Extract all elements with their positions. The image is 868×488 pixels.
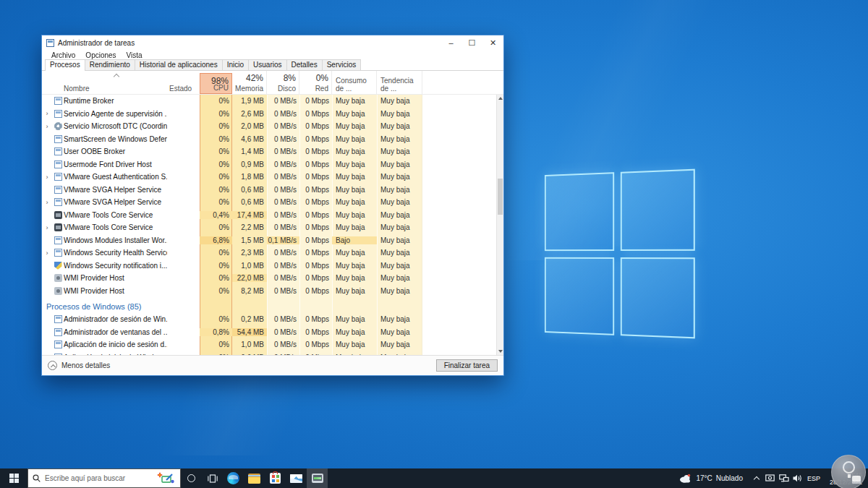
process-memory: 8,2 MB <box>232 287 267 295</box>
network-icon[interactable] <box>777 468 791 488</box>
process-cpu: 0% <box>200 173 232 181</box>
process-row[interactable]: SmartScreen de Windows Defen... 0% 4,6 M… <box>42 133 503 146</box>
column-header-cpu[interactable]: 98% CPU <box>200 73 232 94</box>
windows-logo-pane <box>545 172 614 250</box>
cortana-button[interactable] <box>181 468 202 488</box>
process-power-trend: Muy baja <box>377 97 422 105</box>
search-highlights-icon <box>157 472 176 484</box>
weather-widget[interactable]: 17°C Nublado <box>673 468 749 488</box>
column-header-disk[interactable]: 8% Disco <box>267 71 299 94</box>
menu-item-vista[interactable]: Vista <box>122 51 148 59</box>
expand-chevron-icon[interactable]: › <box>42 199 52 206</box>
start-button[interactable] <box>0 468 27 488</box>
table-scrollbar[interactable] <box>496 95 503 355</box>
process-row[interactable]: › VMware Tools Core Service 0% 2,2 MB 0 … <box>42 221 503 234</box>
taskbar-search-input[interactable]: Escribe aquí para buscar <box>27 468 181 488</box>
process-row[interactable]: › Servicio Agente de supervisión ... 0% … <box>42 108 503 121</box>
process-memory: 2,6 MB <box>232 110 267 118</box>
process-power: Muy baja <box>332 211 377 219</box>
column-header-memory[interactable]: 42% Memoria <box>232 71 267 94</box>
process-row[interactable]: User OOBE Broker 0% 1,4 MB 0 MB/s 0 Mbps… <box>42 145 503 158</box>
expand-chevron-icon[interactable]: › <box>42 249 52 257</box>
process-power-trend: Muy baja <box>377 287 422 295</box>
column-header-power-trend[interactable]: Tendencia de ... <box>377 71 422 94</box>
scrollbar-thumb[interactable] <box>498 179 503 215</box>
process-power-trend: Muy baja <box>377 211 422 219</box>
process-row[interactable]: Administrador de ventanas del ... 0,8% 5… <box>42 326 503 339</box>
expand-chevron-icon[interactable]: › <box>42 123 52 130</box>
process-name: Windows Security notification i... <box>64 262 167 270</box>
process-disk: 0 MB/s <box>267 211 299 219</box>
taskbar-app-edge[interactable] <box>223 468 244 488</box>
process-row[interactable]: Windows Security notification i... 0% 1,… <box>42 260 503 273</box>
process-row[interactable]: Aplicación de inicio de sesión d... 0% 1… <box>42 338 503 351</box>
process-row[interactable]: › Servicio Microsoft DTC (Coordin... 0% … <box>42 120 503 133</box>
end-task-button[interactable]: Finalizar tarea <box>436 359 498 372</box>
desktop: Administrador de tareas – ☐ ✕ ArchivoOpc… <box>0 0 868 488</box>
cloud-icon <box>679 474 692 483</box>
process-row[interactable]: VMware SVGA Helper Service 0% 0,6 MB 0 M… <box>42 184 503 197</box>
process-row[interactable]: Aplicación de inicio de Wind... 0% 0,6 M… <box>42 351 503 356</box>
search-placeholder: Escribe aquí para buscar <box>45 474 153 482</box>
tray-chevron-up-icon[interactable] <box>749 468 763 488</box>
process-cpu: 0% <box>200 147 232 155</box>
process-disk: 0 MB/s <box>267 186 299 194</box>
process-row[interactable]: Administrador de sesión de Win... 0% 0,2… <box>42 313 503 326</box>
process-row[interactable]: WMI Provider Host 0% 22,0 MB 0 MB/s 0 Mb… <box>42 272 503 285</box>
process-network: 0 Mbps <box>299 186 332 194</box>
expand-chevron-icon[interactable]: › <box>42 110 52 117</box>
maximize-button[interactable]: ☐ <box>461 35 482 50</box>
tab-procesos[interactable]: Procesos <box>45 59 85 71</box>
menu-item-archivo[interactable]: Archivo <box>46 51 80 59</box>
taskbar-app-task-manager[interactable] <box>307 468 328 488</box>
process-power: Muy baja <box>332 262 377 270</box>
windows-logo-pane <box>545 257 614 335</box>
process-row[interactable]: › Windows Security Health Service 0% 2,3… <box>42 247 503 260</box>
process-row[interactable]: › VMware Guest Authentication S... 0% 1,… <box>42 171 503 184</box>
close-button[interactable]: ✕ <box>482 35 503 50</box>
process-power: Muy baja <box>332 287 377 295</box>
taskbar-app-file-explorer[interactable] <box>244 468 265 488</box>
process-name: User OOBE Broker <box>64 147 167 155</box>
process-table-body: Runtime Broker 0% 1,9 MB 0 MB/s 0 Mbps M… <box>42 95 503 355</box>
process-cpu: 0% <box>200 110 232 118</box>
process-row[interactable]: VMware Tools Core Service 0,4% 17,4 MB 0… <box>42 209 503 222</box>
process-row[interactable]: Usermode Font Driver Host 0% 0,9 MB 0 MB… <box>42 158 503 171</box>
process-row[interactable]: WMI Provider Host 0% 8,2 MB 0 MB/s 0 Mbp… <box>42 285 503 298</box>
tab-usuarios[interactable]: Usuarios <box>248 59 286 70</box>
process-power-trend: Muy baja <box>377 160 422 168</box>
scroll-down-icon[interactable] <box>497 348 503 355</box>
column-header-power[interactable]: Consumo de ... <box>332 71 377 94</box>
process-power-trend: Muy baja <box>377 223 422 231</box>
process-power: Muy baja <box>332 354 377 355</box>
process-memory: 2,3 MB <box>232 249 267 257</box>
process-power: Muy baja <box>332 274 377 282</box>
column-header-name[interactable]: Nombre <box>64 85 90 93</box>
keyboard-language[interactable]: ESP <box>804 468 823 488</box>
tab-detalles[interactable]: Detalles <box>286 59 323 70</box>
less-details-button[interactable]: Menos detalles <box>48 361 110 370</box>
task-view-button[interactable] <box>202 468 223 488</box>
tab-servicios[interactable]: Servicios <box>322 59 362 70</box>
title-bar[interactable]: Administrador de tareas – ☐ ✕ <box>42 35 503 50</box>
tab-rendimiento[interactable]: Rendimiento <box>85 59 135 70</box>
meet-now-icon[interactable] <box>763 468 777 488</box>
tab-historial-de-aplicaciones[interactable]: Historial de aplicaciones <box>135 59 223 70</box>
menu-item-opciones[interactable]: Opciones <box>80 51 121 59</box>
process-row[interactable]: › VMware SVGA Helper Service 0% 0,6 MB 0… <box>42 196 503 209</box>
scroll-up-icon[interactable] <box>497 95 503 102</box>
tab-inicio[interactable]: Inicio <box>222 59 249 70</box>
process-group-header[interactable]: Procesos de Windows (85) <box>42 297 503 313</box>
app-window-icon <box>54 198 62 206</box>
volume-icon[interactable] <box>791 468 804 488</box>
column-header-network[interactable]: 0% Red <box>299 71 332 94</box>
process-row[interactable]: Runtime Broker 0% 1,9 MB 0 MB/s 0 Mbps M… <box>42 95 503 108</box>
taskbar-app-mail[interactable] <box>286 468 307 488</box>
taskbar-app-store[interactable] <box>265 468 286 488</box>
process-row[interactable]: Windows Modules Installer Wor... 6,8% 1,… <box>42 234 503 247</box>
process-cpu: 0% <box>200 198 232 206</box>
expand-chevron-icon[interactable]: › <box>42 224 52 231</box>
expand-chevron-icon[interactable]: › <box>42 174 52 181</box>
minimize-button[interactable]: – <box>441 35 461 50</box>
column-header-status[interactable]: Estado <box>169 85 192 93</box>
